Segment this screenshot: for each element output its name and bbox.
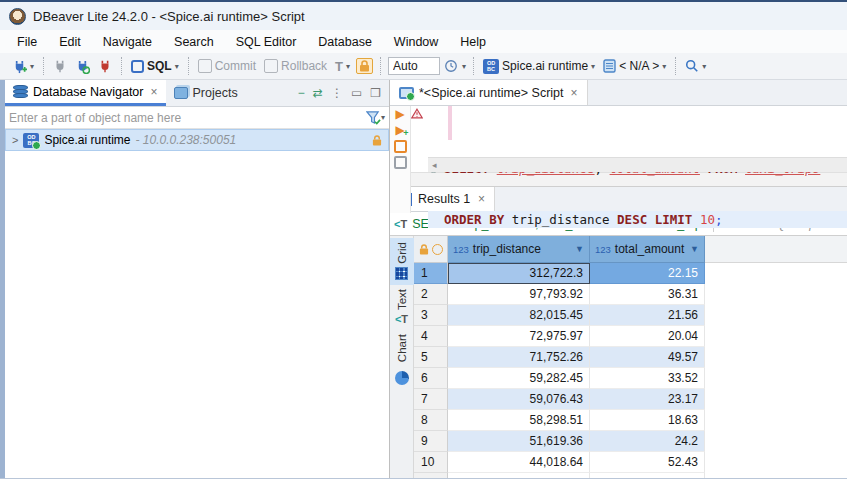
close-icon[interactable]: × <box>571 86 578 100</box>
text-view-icon: <T <box>395 313 408 325</box>
sql-editor-area: ▶ ▶+ −SELECT trip_distance, total_amount… <box>390 106 847 172</box>
commit-icon <box>198 59 212 73</box>
commit-mode-combo[interactable] <box>388 57 440 75</box>
table-row[interactable]: 858,298.5118.63 <box>414 410 847 431</box>
search-button[interactable]: ▾ <box>683 57 708 75</box>
table-row-empty <box>414 473 847 479</box>
transaction-mode-button[interactable]: T ▾ <box>333 57 352 76</box>
results-body: Grid Text <T Chart <box>390 236 847 479</box>
new-connection-button[interactable]: ▾ <box>10 57 36 76</box>
table-row[interactable]: 759,076.4323.17 <box>414 389 847 410</box>
results-presentation-sidebar: Grid Text <T Chart <box>390 236 414 479</box>
tab-chart-view[interactable]: Chart <box>390 330 414 367</box>
rollback-button[interactable]: Rollback <box>262 57 329 75</box>
execute-script-icon[interactable] <box>394 140 407 153</box>
object-filter-input[interactable] <box>9 111 366 125</box>
expand-chevron-icon[interactable]: > <box>12 134 18 146</box>
menu-sql-editor[interactable]: SQL Editor <box>225 32 308 52</box>
database-sheet-icon <box>603 59 616 73</box>
numeric-type-icon: 123 <box>453 244 469 255</box>
menu-help[interactable]: Help <box>449 32 497 52</box>
plug-icon <box>53 59 67 73</box>
sql-script-icon <box>399 87 414 99</box>
menu-navigate[interactable]: Navigate <box>92 32 163 52</box>
scroll-left-icon[interactable]: ◂ <box>432 160 437 170</box>
navigator-tab-bar: Database Navigator × Projects − ⇄ ⋮ ▭ ❒ <box>5 80 389 107</box>
execute-statement-button[interactable]: ▶ <box>395 108 404 121</box>
code-line-2[interactable]: ORDER BY trip_distance DESC LIMIT 10; <box>428 211 847 228</box>
minimize-view-icon[interactable]: ▭ <box>351 86 362 100</box>
editor-horizontal-scrollbar[interactable]: ◂ <box>428 157 847 172</box>
window-title: DBeaver Lite 24.2.0 - <Spice.ai runtime>… <box>33 9 305 24</box>
table-row[interactable]: 472,975.9720.04 <box>414 326 847 347</box>
filter-dropdown-icon[interactable]: ▾ <box>381 113 385 122</box>
main-toolbar: ▾ SQL ▾ Commit <box>0 53 847 80</box>
connection-lock-button[interactable] <box>356 58 373 74</box>
sql-code[interactable]: −SELECT trip_distance, total_amount FROM… <box>428 106 847 157</box>
refresh-state-icon <box>432 244 443 255</box>
projects-icon <box>174 87 188 99</box>
disconnect-button[interactable] <box>96 57 114 75</box>
history-clock-icon[interactable] <box>444 59 458 73</box>
filter-funnel-icon[interactable] <box>366 111 381 125</box>
menu-file[interactable]: File <box>6 32 48 52</box>
reconnect-button[interactable] <box>73 57 92 76</box>
table-row[interactable]: 659,282.4533.52 <box>414 368 847 389</box>
plug-disconnect-icon <box>98 59 112 73</box>
table-row[interactable]: 571,752.2649.57 <box>414 347 847 368</box>
annotation-ruler <box>411 106 428 172</box>
dbeaver-logo-icon <box>9 8 26 25</box>
editor-side-toolbar: ▶ ▶+ <box>390 106 411 213</box>
focused-cell[interactable]: 312,722.3 <box>448 263 590 284</box>
tab-projects[interactable]: Projects <box>166 80 246 106</box>
commit-button[interactable]: Commit <box>196 57 258 75</box>
column-header-trip-distance[interactable]: 123 trip_distance ▼ <box>448 236 590 263</box>
menu-edit[interactable]: Edit <box>48 32 92 52</box>
active-database-selector[interactable]: < N/A > ▾ <box>601 57 668 75</box>
tab-grid-view[interactable]: Grid <box>390 238 414 285</box>
sort-desc-icon[interactable]: ▼ <box>575 244 584 254</box>
table-row[interactable]: 1312,722.322.15 <box>414 263 847 284</box>
collapse-all-icon[interactable]: − <box>298 86 305 100</box>
navigator-filter-bar: ▾ <box>5 107 389 129</box>
results-grid: 123 trip_distance ▼ 123 total_amount ▼ 1… <box>414 236 847 479</box>
close-icon[interactable]: × <box>150 85 157 99</box>
table-row[interactable]: 951,619.3624.2 <box>414 431 847 452</box>
link-with-editor-icon[interactable]: ⇄ <box>313 86 323 100</box>
table-row[interactable]: 297,793.9236.31 <box>414 284 847 305</box>
tab-text-view[interactable]: Text <T <box>390 285 414 330</box>
maximize-view-icon[interactable]: ❒ <box>370 86 381 100</box>
sort-icon[interactable]: ▼ <box>690 244 699 254</box>
warning-icon <box>411 108 423 119</box>
editor-tab-bar: *<Spice.ai runtime> Script × <box>390 80 847 106</box>
menu-database[interactable]: Database <box>307 32 383 52</box>
connect-button[interactable] <box>51 57 69 75</box>
grid-header-filler <box>705 236 847 263</box>
numeric-type-icon: 123 <box>595 244 611 255</box>
plug-plus-icon <box>12 59 27 74</box>
explain-plan-icon[interactable] <box>394 156 407 169</box>
view-menu-icon[interactable]: ⋮ <box>331 86 343 100</box>
tab-script-editor[interactable]: *<Spice.ai runtime> Script × <box>390 80 588 105</box>
grid-header-row: 123 trip_distance ▼ 123 total_amount ▼ <box>414 236 847 263</box>
execute-new-tab-button[interactable]: ▶+ <box>395 124 404 137</box>
menu-search[interactable]: Search <box>163 32 225 52</box>
table-row[interactable]: 382,015.4521.56 <box>414 305 847 326</box>
editor-results-panel: *<Spice.ai runtime> Script × ▶ ▶+ −SELEC… <box>390 80 847 479</box>
plug-refresh-icon <box>75 59 90 74</box>
title-bar: DBeaver Lite 24.2.0 - <Spice.ai runtime>… <box>0 0 847 30</box>
chart-pie-icon <box>395 371 409 385</box>
column-header-total-amount[interactable]: 123 total_amount ▼ <box>590 236 705 263</box>
menu-window[interactable]: Window <box>383 32 449 52</box>
database-navigator-panel: Database Navigator × Projects − ⇄ ⋮ ▭ ❒ … <box>5 80 390 479</box>
sql-editor-button[interactable]: SQL ▾ <box>129 57 181 75</box>
grid-corner[interactable] <box>414 236 448 263</box>
table-row[interactable]: 1044,018.6452.43 <box>414 452 847 473</box>
tab-database-navigator[interactable]: Database Navigator × <box>5 80 166 106</box>
tree-item-connection[interactable]: > ODBC Spice.ai runtime - 10.0.0.238:500… <box>5 129 389 151</box>
active-connection-selector[interactable]: ODBC Spice.ai runtime ▾ <box>481 57 597 76</box>
menu-bar: File Edit Navigate Search SQL Editor Dat… <box>0 30 847 53</box>
dbeaver-window: DBeaver Lite 24.2.0 - <Spice.ai runtime>… <box>0 0 847 479</box>
transaction-icon: T <box>335 59 343 74</box>
grid-view-icon <box>395 267 408 280</box>
